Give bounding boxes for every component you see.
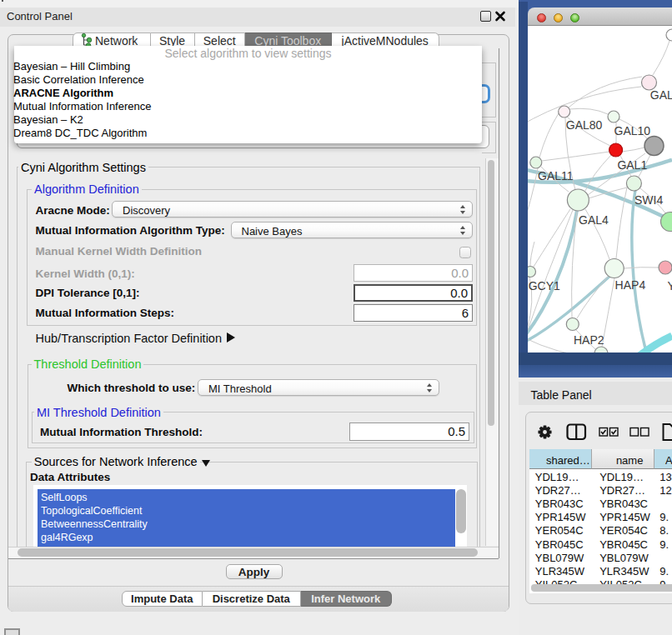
svg-text:HAP2: HAP2	[574, 333, 604, 347]
svg-text:HAP4: HAP4	[615, 278, 646, 292]
svg-text:GCY1: GCY1	[529, 279, 560, 292]
svg-text:Y: Y	[668, 279, 672, 292]
svg-text:GAL1: GAL1	[617, 158, 647, 172]
svg-text:GAL4: GAL4	[579, 213, 609, 227]
svg-text:SWI4: SWI4	[634, 193, 663, 207]
svg-text:GAL10: GAL10	[614, 124, 651, 138]
svg-text:GAL11: GAL11	[538, 169, 574, 182]
svg-text:GAL80: GAL80	[566, 118, 603, 132]
svg-text:GAL7: GAL7	[650, 88, 672, 102]
